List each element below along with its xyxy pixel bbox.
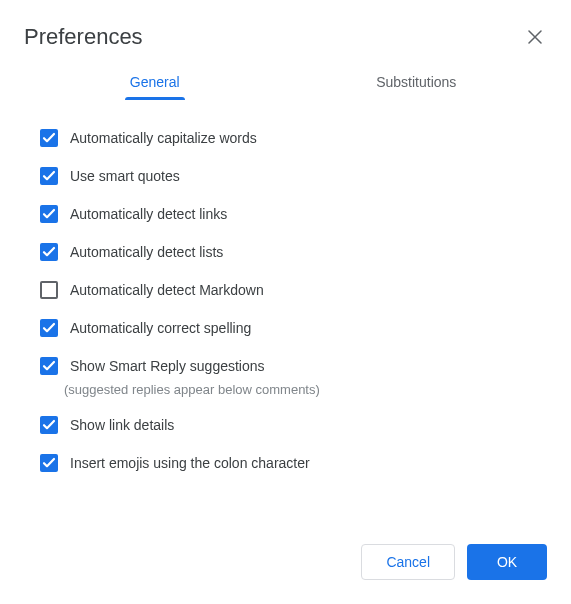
close-button[interactable] [523,25,547,49]
option-label[interactable]: Show Smart Reply suggestions [70,356,320,376]
option-label[interactable]: Automatically detect links [70,204,227,224]
tab-general[interactable]: General [24,62,286,100]
option-row: Automatically detect lists [40,242,547,262]
option-body: Insert emojis using the colon character [70,453,310,473]
dialog-header: Preferences [24,24,547,50]
checkbox[interactable] [40,454,58,472]
dialog-actions: Cancel OK [361,544,547,580]
option-body: Automatically detect lists [70,242,223,262]
cancel-button[interactable]: Cancel [361,544,455,580]
option-body: Automatically correct spelling [70,318,251,338]
checkbox[interactable] [40,129,58,147]
checkbox[interactable] [40,167,58,185]
option-label[interactable]: Automatically capitalize words [70,128,257,148]
option-row: Automatically detect links [40,204,547,224]
option-row: Automatically capitalize words [40,128,547,148]
option-label[interactable]: Automatically detect lists [70,242,223,262]
checkbox[interactable] [40,416,58,434]
options-list: Automatically capitalize wordsUse smart … [24,128,547,473]
option-label[interactable]: Show link details [70,415,174,435]
dialog-title: Preferences [24,24,143,50]
option-body: Show Smart Reply suggestions(suggested r… [70,356,320,397]
checkbox[interactable] [40,357,58,375]
option-body: Show link details [70,415,174,435]
option-body: Automatically detect links [70,204,227,224]
option-label[interactable]: Insert emojis using the colon character [70,453,310,473]
option-body: Use smart quotes [70,166,180,186]
tab-substitutions[interactable]: Substitutions [286,62,548,100]
checkbox[interactable] [40,205,58,223]
option-row: Automatically correct spelling [40,318,547,338]
option-row: Automatically detect Markdown [40,280,547,300]
close-icon [528,30,542,44]
checkbox[interactable] [40,281,58,299]
option-label[interactable]: Automatically detect Markdown [70,280,264,300]
option-body: Automatically detect Markdown [70,280,264,300]
option-row: Insert emojis using the colon character [40,453,547,473]
option-body: Automatically capitalize words [70,128,257,148]
option-label[interactable]: Automatically correct spelling [70,318,251,338]
option-label[interactable]: Use smart quotes [70,166,180,186]
option-row: Use smart quotes [40,166,547,186]
option-subtext: (suggested replies appear below comments… [64,382,320,397]
ok-button[interactable]: OK [467,544,547,580]
checkbox[interactable] [40,319,58,337]
option-row: Show Smart Reply suggestions(suggested r… [40,356,547,397]
tabs: General Substitutions [24,62,547,100]
checkbox[interactable] [40,243,58,261]
option-row: Show link details [40,415,547,435]
